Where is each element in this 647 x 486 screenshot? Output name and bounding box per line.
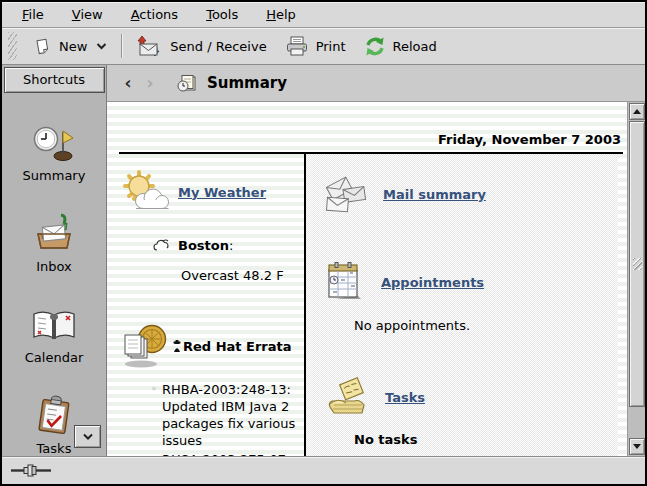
toolbar: New Send / Receive (2, 28, 645, 65)
shortcut-bar: Shortcuts Summary (2, 65, 107, 456)
summary-left-column: My Weather Boston: (119, 154, 306, 456)
errata-item[interactable]: ◦ RHSA-2003:275-07:Updated CUPS packages… (151, 451, 298, 456)
tasks-section: Tasks (306, 377, 618, 417)
errata-item[interactable]: ◦ RHBA-2003:248-13:Updated IBM Java 2 pa… (151, 381, 298, 449)
bullet-icon: ◦ (151, 381, 157, 449)
weather-location-colon: : (229, 238, 233, 253)
date-row: Friday, November 7 2003 (119, 102, 627, 152)
my-weather-link[interactable]: My Weather (178, 185, 266, 200)
envelopes-icon (324, 174, 368, 214)
new-button[interactable]: New (24, 32, 116, 61)
send-receive-button[interactable]: Send / Receive (127, 30, 275, 63)
menu-file[interactable]: File (12, 4, 54, 25)
summary-clock-icon (32, 123, 76, 163)
menu-view[interactable]: View (62, 4, 113, 25)
calendar-book-icon (30, 309, 78, 345)
papers-gold-coin-icon (121, 323, 171, 369)
sticky-notes-icon (324, 377, 370, 417)
content-area: ‹ › Summary (107, 65, 645, 456)
weather-conditions: Overcast 48.2 F (181, 268, 298, 283)
tasks-clipboard-icon (34, 394, 74, 436)
sidebar-item-summary[interactable]: Summary (2, 108, 106, 184)
summary-scroll-content: Friday, November 7 2003 (107, 102, 627, 456)
mail-summary-link[interactable]: Mail summary (383, 187, 486, 202)
new-note-icon (33, 37, 52, 56)
chevron-down-icon (82, 432, 94, 441)
scrollbar-thumb[interactable] (629, 121, 645, 407)
bullet-icon: ◦ (151, 451, 157, 456)
print-button[interactable]: Print (276, 31, 355, 61)
forward-button[interactable]: › (143, 75, 157, 92)
menu-actions[interactable]: Actions (121, 4, 189, 25)
folder-title-bar: ‹ › Summary (107, 65, 645, 102)
reload-icon (364, 36, 386, 57)
no-appointments-text: No appointments. (354, 318, 618, 333)
chevron-down-icon (96, 42, 107, 50)
reload-button[interactable]: Reload (355, 31, 446, 62)
menu-tools[interactable]: Tools (196, 4, 248, 25)
shortcut-bar-scroll-down-button[interactable] (74, 425, 101, 448)
small-cloud-icon (153, 239, 171, 252)
online-status-plug-icon[interactable] (11, 464, 57, 477)
summary-right-column: Mail summary (306, 154, 618, 456)
errata-title: Red Hat Errata (183, 339, 292, 354)
current-date: Friday, November 7 2003 (438, 132, 621, 147)
send-receive-icon (136, 35, 163, 58)
toolbar-grip-handle[interactable] (8, 32, 17, 60)
desk-calendar-icon (324, 261, 366, 303)
summary-view: Friday, November 7 2003 (107, 102, 645, 456)
appointments-section: Appointments (306, 261, 618, 303)
status-bar (2, 456, 645, 484)
back-button[interactable]: ‹ (121, 75, 135, 92)
summary-papers-clock-icon (177, 74, 197, 92)
tasks-link[interactable]: Tasks (385, 390, 425, 405)
printer-icon (285, 36, 309, 56)
page-title: Summary (207, 74, 287, 92)
sidebar-item-label: Inbox (36, 259, 72, 274)
scrollbar-grip-icon (633, 258, 642, 270)
sidebar-item-label: Tasks (37, 441, 72, 456)
red-hat-shadowman-icon (173, 340, 181, 352)
vertical-scrollbar[interactable] (627, 102, 645, 456)
sidebar-item-label: Summary (23, 168, 86, 183)
no-tasks-text: No tasks (354, 432, 618, 447)
toolbar-separator (121, 34, 122, 58)
arrow-up-icon (633, 109, 641, 114)
sun-cloud-icon (121, 168, 169, 216)
main-area: Shortcuts Summary (2, 65, 645, 456)
scroll-up-button[interactable] (629, 103, 645, 120)
appointments-link[interactable]: Appointments (381, 275, 484, 290)
menu-help[interactable]: Help (256, 4, 306, 25)
sidebar-item-label: Calendar (25, 350, 83, 365)
scroll-down-button[interactable] (629, 438, 645, 455)
arrow-down-icon (633, 444, 641, 449)
mail-summary-section: Mail summary (306, 174, 618, 214)
errata-list: ◦ RHBA-2003:248-13:Updated IBM Java 2 pa… (151, 381, 298, 456)
sidebar-item-inbox[interactable]: Inbox (2, 198, 106, 274)
weather-location: Boston (178, 238, 229, 253)
inbox-tray-icon (31, 212, 77, 254)
shortcuts-group-button[interactable]: Shortcuts (4, 67, 105, 93)
menu-bar: File View Actions Tools Help (2, 2, 645, 28)
evolution-window: File View Actions Tools Help New (0, 0, 647, 486)
sidebar-item-calendar[interactable]: Calendar (2, 289, 106, 365)
